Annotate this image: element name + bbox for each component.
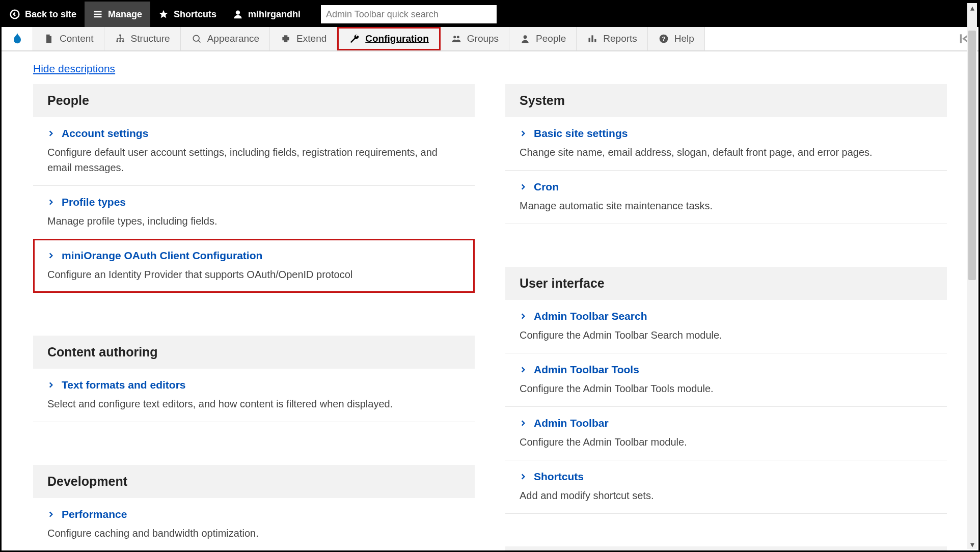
link-atb-tools[interactable]: Admin Toolbar Tools	[520, 364, 947, 376]
chevron-right-icon	[520, 130, 527, 137]
svg-point-5	[236, 11, 240, 15]
cfg-atb-search: Admin Toolbar Search Configure the Admin…	[505, 300, 947, 353]
link-cron[interactable]: Cron	[520, 181, 947, 193]
svg-point-10	[193, 35, 199, 41]
svg-rect-7	[116, 40, 118, 42]
svg-rect-16	[592, 35, 593, 42]
desc-account-settings: Configure default user account settings,…	[47, 145, 445, 175]
svg-point-13	[457, 36, 459, 38]
menu-people[interactable]: People	[509, 27, 577, 50]
section-system: System	[505, 84, 947, 117]
cfg-miniorange-oauth: miniOrange OAuth Client Configuration Co…	[33, 239, 475, 293]
desc-performance: Configure caching and bandwidth optimiza…	[47, 526, 445, 541]
hide-descriptions-row: Hide descriptions	[33, 63, 947, 75]
link-miniorange-oauth[interactable]: miniOrange OAuth Client Configuration	[47, 250, 473, 262]
hierarchy-icon	[115, 33, 126, 44]
link-atb[interactable]: Admin Toolbar	[520, 417, 947, 429]
desc-basic-site: Change site name, email address, slogan,…	[520, 145, 917, 160]
desc-atb-tools: Configure the Admin Toolbar Tools module…	[520, 381, 917, 396]
cfg-text-formats: Text formats and editors Select and conf…	[33, 369, 475, 422]
config-right-column: System Basic site settings Change site n…	[505, 84, 947, 552]
link-performance[interactable]: Performance	[47, 508, 475, 520]
svg-point-14	[524, 35, 527, 39]
page-content: Hide descriptions People Account setting…	[2, 63, 978, 552]
link-account-settings[interactable]: Account settings	[47, 127, 475, 140]
drupal-logo[interactable]	[2, 27, 33, 50]
menu-appearance[interactable]: Appearance	[181, 27, 270, 50]
back-label: Back to site	[25, 9, 76, 20]
menu-help[interactable]: ? Help	[648, 27, 705, 50]
chevron-right-icon	[47, 130, 55, 137]
svg-rect-8	[119, 40, 121, 42]
link-profile-types[interactable]: Profile types	[47, 196, 475, 208]
star-icon	[158, 9, 169, 19]
chevron-right-icon	[47, 252, 55, 259]
svg-line-11	[198, 40, 200, 42]
shortcuts-label: Shortcuts	[174, 9, 216, 20]
svg-point-0	[11, 10, 19, 19]
toolbar-search-wrap	[313, 2, 505, 27]
svg-text:?: ?	[662, 35, 665, 42]
link-text-formats[interactable]: Text formats and editors	[47, 379, 475, 391]
chevron-right-icon	[47, 381, 55, 389]
menu-reports[interactable]: Reports	[577, 27, 648, 50]
wrench-icon	[349, 33, 360, 44]
cfg-cron: Cron Manage automatic site maintenance t…	[505, 171, 947, 224]
section-user-interface: User interface	[505, 267, 947, 300]
menu-content[interactable]: Content	[33, 27, 104, 50]
svg-marker-4	[159, 10, 168, 18]
back-arrow-icon	[10, 9, 20, 19]
scroll-thumb[interactable]	[968, 31, 976, 280]
menu-extend[interactable]: Extend	[270, 27, 337, 50]
cfg-atb-tools: Admin Toolbar Tools Configure the Admin …	[505, 353, 947, 407]
link-atb-search[interactable]: Admin Toolbar Search	[520, 310, 947, 322]
user-menu[interactable]: mihirgandhi	[225, 2, 309, 27]
section-people: People	[33, 84, 475, 117]
cfg-basic-site: Basic site settings Change site name, em…	[505, 117, 947, 171]
cfg-shortcuts: Shortcuts Add and modify shortcut sets.	[505, 460, 947, 514]
manage-label: Manage	[108, 9, 142, 20]
section-content-authoring: Content authoring	[33, 336, 475, 369]
manage-toggle[interactable]: Manage	[85, 2, 150, 27]
chevron-right-icon	[47, 199, 55, 206]
hide-descriptions-link[interactable]: Hide descriptions	[33, 63, 115, 74]
menu-configuration[interactable]: Configuration	[337, 27, 441, 50]
admin-menu: Content Structure Appearance Extend Conf…	[2, 27, 978, 51]
desc-atb-search: Configure the Admin Toolbar Search modul…	[520, 327, 917, 343]
scroll-up-icon[interactable]: ▴	[967, 3, 977, 12]
top-toolbar: Back to site Manage Shortcuts mihirgandh…	[2, 2, 978, 27]
svg-rect-15	[589, 38, 590, 42]
svg-point-12	[453, 36, 456, 38]
appearance-icon	[191, 33, 202, 44]
cfg-atb: Admin Toolbar Configure the Admin Toolba…	[505, 407, 947, 460]
puzzle-icon	[280, 33, 291, 44]
menu-structure[interactable]: Structure	[104, 27, 181, 50]
desc-text-formats: Select and configure text editors, and h…	[47, 396, 445, 411]
svg-rect-17	[594, 39, 596, 42]
chevron-right-icon	[520, 366, 527, 373]
svg-rect-9	[122, 40, 124, 42]
chevron-right-icon	[520, 473, 527, 480]
shortcuts-link[interactable]: Shortcuts	[150, 2, 225, 27]
link-basic-site[interactable]: Basic site settings	[520, 127, 947, 140]
user-icon	[233, 9, 243, 19]
hamburger-icon	[93, 9, 103, 19]
cfg-performance: Performance Configure caching and bandwi…	[33, 498, 475, 551]
desc-shortcuts: Add and modify shortcut sets.	[520, 488, 917, 503]
chevron-right-icon	[520, 313, 527, 320]
desc-profile-types: Manage profile types, including fields.	[47, 213, 445, 229]
scroll-down-icon[interactable]: ▾	[967, 540, 977, 549]
help-icon: ?	[658, 33, 669, 44]
chevron-right-icon	[47, 511, 55, 518]
svg-rect-6	[119, 35, 121, 36]
section-development: Development	[33, 465, 475, 498]
menu-groups[interactable]: Groups	[441, 27, 509, 50]
desc-atb: Configure the Admin Toolbar module.	[520, 434, 917, 450]
cfg-account-settings: Account settings Configure default user …	[33, 117, 475, 186]
vertical-scrollbar[interactable]: ▴ ▾	[967, 3, 977, 549]
document-icon	[43, 33, 55, 44]
people-icon	[520, 33, 531, 44]
toolbar-search-input[interactable]	[321, 5, 497, 23]
back-to-site[interactable]: Back to site	[2, 2, 85, 27]
link-shortcuts[interactable]: Shortcuts	[520, 471, 947, 483]
